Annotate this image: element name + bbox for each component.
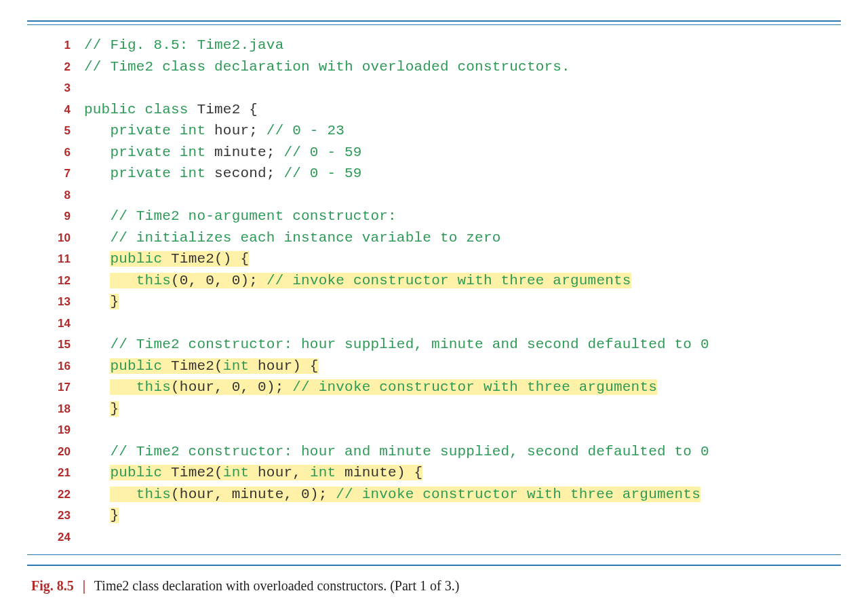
code-line: 17 this(hour, 0, 0); // invoke construct… <box>41 377 827 398</box>
line-number: 7 <box>41 165 84 183</box>
code-line: 21 public Time2(int hour, int minute) { <box>41 462 827 484</box>
code-token: // Time2 constructor: hour and minute su… <box>110 444 709 459</box>
line-number: 15 <box>41 336 84 354</box>
code-token <box>84 123 110 138</box>
code-token <box>84 166 110 181</box>
code-token <box>110 487 136 502</box>
code-line: 11 public Time2() { <box>41 248 827 270</box>
code-token: , <box>214 273 232 288</box>
code-token: } <box>110 294 119 309</box>
line-number: 24 <box>41 529 84 546</box>
code-token: 0 <box>205 273 214 288</box>
line-number: 9 <box>41 208 84 225</box>
code-token: // Fig. 8.5: Time2.java <box>84 37 283 53</box>
code-token: // 0 - 23 <box>267 123 344 138</box>
code-token: // Time2 no-argument constructor: <box>110 208 396 224</box>
code-line: 1// Fig. 8.5: Time2.java <box>41 35 827 56</box>
code-token: public class <box>84 102 197 117</box>
line-number: 4 <box>41 101 84 119</box>
code-line: 2// Time2 class declaration with overloa… <box>41 56 827 78</box>
code-token: ); <box>310 487 336 502</box>
code-token: } <box>110 401 119 417</box>
code-token: 0 <box>301 487 310 502</box>
line-number: 2 <box>41 58 84 76</box>
code-token <box>84 401 110 417</box>
code-token: 0 <box>232 379 241 395</box>
code-token: private int <box>110 166 214 181</box>
code-line: 20 // Time2 constructor: hour and minute… <box>41 441 827 463</box>
code-line: 22 this(hour, minute, 0); // invoke cons… <box>41 484 827 506</box>
line-number: 10 <box>41 229 84 247</box>
code-token: // 0 - 59 <box>283 166 361 181</box>
code-token <box>84 251 110 267</box>
code-line: 19 <box>41 419 827 441</box>
code-token <box>84 337 110 352</box>
code-listing: 1// Fig. 8.5: Time2.java2// Time2 class … <box>27 35 841 548</box>
code-token: ); <box>267 379 292 395</box>
code-token: minute) { <box>344 465 422 480</box>
code-token: ( <box>171 273 180 288</box>
code-token: public <box>110 465 171 480</box>
code-token: Time2() { <box>171 251 249 267</box>
code-token: // invoke constructor with three argumen… <box>336 487 701 502</box>
code-token: } <box>110 508 119 523</box>
code-line: 4public class Time2 { <box>41 99 827 121</box>
code-token: hour, <box>258 465 310 480</box>
figure-caption-text: Time2 class declaration with overloaded … <box>94 578 460 593</box>
line-number: 19 <box>41 421 84 439</box>
code-token: this <box>136 487 171 502</box>
code-token <box>84 294 110 309</box>
line-number: 21 <box>41 464 84 482</box>
line-number: 14 <box>41 315 84 332</box>
code-line: 14 <box>41 313 827 335</box>
line-number: 3 <box>41 79 84 97</box>
line-number: 13 <box>41 293 84 311</box>
code-token: int <box>310 465 344 480</box>
code-token: int <box>223 465 258 480</box>
code-line: 6 private int minute; // 0 - 59 <box>41 142 827 164</box>
line-number: 8 <box>41 187 84 204</box>
code-token: // Time2 class declaration with overload… <box>84 59 570 75</box>
code-token <box>84 208 110 224</box>
code-token: private int <box>110 123 214 138</box>
code-token <box>84 145 110 160</box>
code-token <box>84 230 110 246</box>
code-token <box>84 379 110 395</box>
code-line: 7 private int second; // 0 - 59 <box>41 163 827 185</box>
line-number: 20 <box>41 443 84 461</box>
code-token <box>84 358 110 374</box>
code-token <box>84 508 110 523</box>
rule-line <box>27 554 841 555</box>
line-number: 23 <box>41 507 84 525</box>
code-line: 13 } <box>41 291 827 313</box>
code-token: int <box>223 358 258 374</box>
code-token: 0 <box>258 379 267 395</box>
code-token: public <box>110 358 171 374</box>
code-token: // 0 - 59 <box>283 145 361 160</box>
code-line: 16 public Time2(int hour) { <box>41 356 827 377</box>
code-token: 0 <box>232 273 241 288</box>
line-number: 1 <box>41 37 84 54</box>
code-line: 24 <box>41 527 827 548</box>
figure-separator: | <box>77 578 91 593</box>
code-token: Time2( <box>171 465 223 480</box>
rule-line <box>27 24 841 25</box>
code-token <box>84 487 110 502</box>
code-token <box>84 465 110 480</box>
code-line: 15 // Time2 constructor: hour supplied, … <box>41 334 827 356</box>
code-token <box>110 379 136 395</box>
code-token: Time2 { <box>197 102 258 117</box>
code-token: // invoke constructor with three argumen… <box>267 273 631 288</box>
code-line: 10 // initializes each instance variable… <box>41 227 827 249</box>
code-line: 18 } <box>41 398 827 420</box>
code-token: hour; <box>214 123 267 138</box>
code-figure-frame: 1// Fig. 8.5: Time2.java2// Time2 class … <box>27 20 841 566</box>
code-token: (hour, minute, <box>171 487 301 502</box>
figure-label: Fig. 8.5 <box>31 578 74 593</box>
code-token: (hour, <box>171 379 232 395</box>
code-line: 12 this(0, 0, 0); // invoke constructor … <box>41 270 827 292</box>
code-token: // initializes each instance variable to… <box>110 230 500 246</box>
code-token: // invoke constructor with three argumen… <box>292 379 657 395</box>
code-token: Time2( <box>171 358 223 374</box>
code-token: minute; <box>214 145 283 160</box>
